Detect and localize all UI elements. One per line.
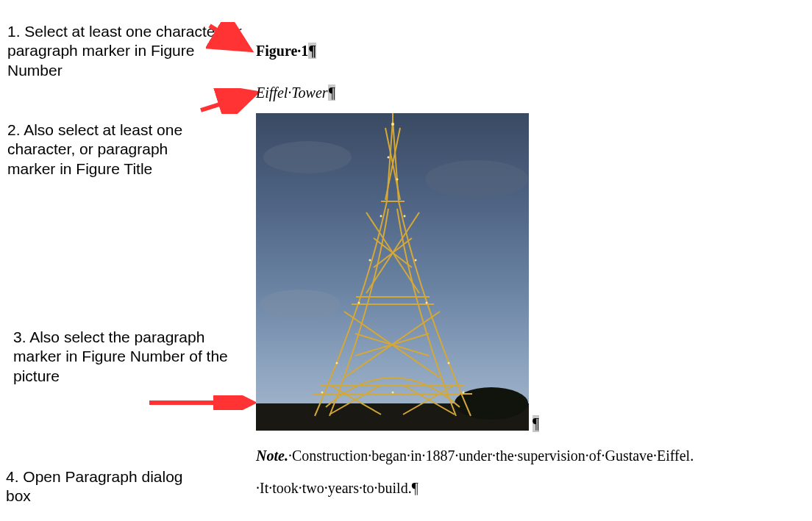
svg-line-3 bbox=[201, 94, 252, 110]
arrow-icon bbox=[146, 395, 256, 410]
note-word: supervision bbox=[518, 448, 585, 464]
svg-point-35 bbox=[404, 215, 406, 218]
svg-point-43 bbox=[463, 392, 465, 394]
instruction-step-3: 3. Also select the paragraph marker in F… bbox=[13, 328, 234, 386]
figure-image: ¶ bbox=[256, 113, 529, 431]
arrow-icon bbox=[206, 22, 257, 55]
note-word: to bbox=[363, 480, 374, 496]
svg-line-1 bbox=[210, 26, 246, 48]
note-word: took bbox=[272, 480, 299, 496]
note-word: under bbox=[459, 448, 493, 464]
svg-point-34 bbox=[380, 215, 382, 218]
note-word: began bbox=[371, 448, 407, 464]
svg-point-33 bbox=[396, 179, 399, 181]
paragraph-marker[interactable]: ¶ bbox=[533, 415, 539, 432]
note-prefix: Note. bbox=[256, 448, 288, 464]
figure-title-word2: Tower bbox=[291, 85, 327, 101]
svg-point-40 bbox=[336, 362, 338, 364]
instruction-step-2: 2. Also select at least one character, o… bbox=[7, 121, 213, 179]
figure-note: Note.·Construction·began·in·1887·under·t… bbox=[256, 439, 808, 504]
svg-point-31 bbox=[391, 123, 394, 126]
figure-title-line: Eiffel·Tower¶ bbox=[256, 85, 808, 101]
note-word: the bbox=[496, 448, 513, 464]
instruction-step-4: 4. Open Paragraph dialog box bbox=[6, 467, 197, 506]
svg-point-44 bbox=[392, 392, 394, 394]
svg-point-39 bbox=[426, 302, 428, 304]
svg-point-37 bbox=[415, 259, 417, 262]
figure-number: 1 bbox=[301, 43, 308, 59]
paragraph-marker: ¶ bbox=[412, 480, 419, 496]
paragraph-marker[interactable]: ¶ bbox=[328, 85, 335, 101]
paragraph-marker[interactable]: ¶ bbox=[308, 43, 316, 59]
svg-point-32 bbox=[388, 157, 390, 159]
svg-point-9 bbox=[425, 160, 528, 198]
figure-title-word1: Eiffel bbox=[256, 85, 288, 101]
svg-point-10 bbox=[260, 290, 341, 319]
note-word: It bbox=[260, 480, 268, 496]
note-word: of bbox=[589, 448, 602, 464]
svg-point-8 bbox=[263, 141, 352, 173]
figure-label: Figure bbox=[256, 43, 297, 59]
note-word: Gustave bbox=[605, 448, 653, 464]
eiffel-tower-icon bbox=[256, 113, 529, 431]
svg-point-42 bbox=[321, 392, 324, 394]
note-word: two bbox=[302, 480, 324, 496]
note-word: 1887 bbox=[426, 448, 455, 464]
document-area: Figure·1¶ Eiffel·Tower¶ bbox=[256, 43, 808, 504]
svg-point-38 bbox=[358, 302, 360, 304]
note-word: Construction bbox=[292, 448, 368, 464]
svg-point-36 bbox=[369, 259, 371, 262]
svg-point-41 bbox=[448, 362, 450, 364]
note-word: years bbox=[328, 480, 359, 496]
note-word: in bbox=[410, 448, 422, 464]
arrow-icon bbox=[197, 88, 260, 114]
note-word: build. bbox=[378, 480, 412, 496]
figure-number-line: Figure·1¶ bbox=[256, 43, 808, 60]
note-word: Eiffel. bbox=[657, 448, 694, 464]
